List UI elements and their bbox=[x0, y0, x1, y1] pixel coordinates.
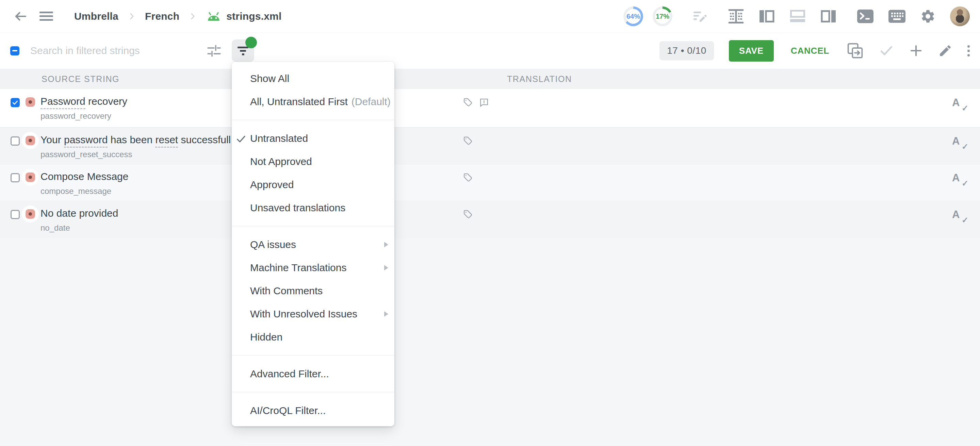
approve-check-icon[interactable] bbox=[879, 43, 894, 58]
edit-list-icon[interactable] bbox=[692, 8, 708, 24]
tune-filters-icon[interactable] bbox=[206, 43, 221, 59]
row-checkbox[interactable] bbox=[11, 210, 20, 219]
status-halo bbox=[22, 205, 39, 222]
breadcrumb-project[interactable]: Umbrella bbox=[74, 11, 118, 22]
select-all-checkbox[interactable] bbox=[10, 46, 19, 56]
string-key: no_date bbox=[40, 223, 118, 233]
submenu-arrow-icon bbox=[384, 311, 388, 317]
tag-icon bbox=[463, 173, 473, 183]
menu-item-unsaved-translations[interactable]: Unsaved translations bbox=[232, 196, 395, 219]
source-string-text: No date provided bbox=[40, 208, 118, 219]
indeterminate-mark bbox=[12, 50, 18, 51]
chevron-right-icon bbox=[127, 12, 136, 21]
status-halo bbox=[22, 169, 39, 186]
toolbar-right: 17 • 0/10 SAVE CANCEL bbox=[659, 40, 970, 62]
save-button[interactable]: SAVE bbox=[729, 40, 774, 62]
source-cell: Compose Message compose_message bbox=[40, 171, 128, 196]
breadcrumb: Umbrella French strings.xml bbox=[74, 11, 282, 22]
row-checkbox[interactable] bbox=[11, 173, 20, 183]
breadcrumb-file-label: strings.xml bbox=[226, 11, 282, 22]
menu-divider bbox=[232, 226, 395, 226]
side-by-side-mode-icon[interactable] bbox=[727, 8, 745, 24]
untranslated-status-icon bbox=[25, 97, 35, 107]
row-indicators bbox=[463, 97, 489, 108]
tag-icon bbox=[463, 209, 473, 220]
source-cell: No date provided no_date bbox=[40, 208, 118, 233]
translated-progress-label: 64% bbox=[624, 6, 643, 26]
console-icon[interactable] bbox=[857, 9, 874, 24]
default-suffix: (Default) bbox=[352, 96, 391, 108]
table-row[interactable]: Your password has been reset successfull… bbox=[0, 128, 980, 164]
right-panel-layout-icon[interactable] bbox=[820, 9, 837, 24]
menu-item-all-untranslated-first[interactable]: All, Untranslated First (Default) bbox=[232, 90, 395, 113]
hamburger-menu-icon[interactable] bbox=[40, 11, 53, 22]
source-string-text: Compose Message bbox=[40, 171, 128, 183]
submenu-arrow-icon bbox=[384, 265, 388, 270]
table-header: SOURCE STRING TRANSLATION bbox=[0, 69, 980, 89]
source-string-text: Password recovery bbox=[40, 95, 127, 107]
translation-column-header: TRANSLATION bbox=[507, 69, 572, 89]
filter-dropdown-menu: Show All All, Untranslated First (Defaul… bbox=[232, 62, 395, 426]
status-halo bbox=[22, 94, 39, 111]
submenu-arrow-icon bbox=[384, 242, 388, 247]
source-string-text: Your password has been reset successfull bbox=[40, 134, 231, 146]
add-string-icon[interactable] bbox=[909, 44, 923, 58]
menu-item-machine-translations[interactable]: Machine Translations bbox=[232, 256, 395, 279]
row-indicators bbox=[463, 173, 473, 183]
table-row[interactable]: Password recovery password_recovery A✓ bbox=[0, 89, 980, 128]
menu-item-ai-croql-filter[interactable]: AI/CroQL Filter... bbox=[232, 399, 395, 422]
string-key: password_recovery bbox=[40, 111, 127, 121]
tag-icon bbox=[463, 136, 473, 146]
edit-pencil-icon[interactable] bbox=[938, 44, 953, 58]
translated-progress-ring[interactable]: 64% bbox=[624, 6, 643, 26]
row-indicators bbox=[463, 209, 473, 220]
tag-icon bbox=[463, 97, 473, 108]
top-bar-left: Umbrella French strings.xml bbox=[14, 9, 282, 24]
menu-item-with-comments[interactable]: With Comments bbox=[232, 279, 395, 302]
selected-check-icon bbox=[236, 134, 246, 144]
menu-item-not-approved[interactable]: Not Approved bbox=[232, 150, 395, 173]
source-string-column-header: SOURCE STRING bbox=[41, 69, 119, 89]
search-input[interactable] bbox=[30, 44, 201, 57]
row-checkbox-checked[interactable] bbox=[11, 98, 20, 107]
approved-progress-ring[interactable]: 17% bbox=[653, 6, 672, 26]
menu-item-approved[interactable]: Approved bbox=[232, 173, 395, 196]
menu-item-advanced-filter[interactable]: Advanced Filter... bbox=[232, 362, 395, 386]
chevron-right-icon bbox=[188, 12, 197, 21]
strings-counter: 17 • 0/10 bbox=[659, 41, 714, 60]
menu-divider bbox=[232, 120, 395, 120]
cancel-button[interactable]: CANCEL bbox=[789, 45, 831, 57]
left-panel-layout-icon[interactable] bbox=[759, 9, 775, 24]
spellcheck-icon: A✓ bbox=[952, 172, 966, 186]
untranslated-status-icon bbox=[25, 209, 35, 219]
user-avatar[interactable] bbox=[950, 6, 970, 26]
filter-button[interactable] bbox=[232, 40, 254, 62]
string-key: password_reset_success bbox=[40, 150, 231, 159]
top-bar-right: 64% 17% bbox=[624, 6, 970, 26]
comment-issue-icon bbox=[479, 97, 489, 108]
settings-gear-icon[interactable] bbox=[920, 8, 936, 24]
menu-divider bbox=[232, 355, 395, 356]
breadcrumb-language[interactable]: French bbox=[145, 11, 179, 22]
bottom-panel-layout-icon[interactable] bbox=[789, 9, 806, 24]
copy-source-icon[interactable] bbox=[846, 42, 864, 60]
menu-item-with-unresolved-issues[interactable]: With Unresolved Issues bbox=[232, 302, 395, 325]
menu-item-qa-issues[interactable]: QA issues bbox=[232, 233, 395, 256]
table-row[interactable]: No date provided no_date A✓ bbox=[0, 201, 980, 238]
approved-progress-label: 17% bbox=[653, 6, 672, 26]
kebab-menu-icon[interactable] bbox=[967, 45, 970, 57]
keyboard-shortcuts-icon[interactable] bbox=[888, 10, 906, 23]
translation-editor: Umbrella French strings.xml 64% bbox=[0, 0, 980, 446]
status-halo bbox=[22, 132, 39, 149]
breadcrumb-file[interactable]: strings.xml bbox=[206, 11, 282, 22]
back-arrow-icon[interactable] bbox=[14, 9, 28, 24]
row-indicators bbox=[463, 136, 473, 146]
row-checkbox[interactable] bbox=[11, 136, 20, 146]
spellcheck-icon: A✓ bbox=[952, 135, 966, 149]
table-row[interactable]: Compose Message compose_message A✓ bbox=[0, 164, 980, 201]
menu-item-show-all[interactable]: Show All bbox=[232, 67, 395, 90]
menu-item-hidden[interactable]: Hidden bbox=[232, 325, 395, 349]
menu-item-untranslated[interactable]: Untranslated bbox=[232, 127, 395, 150]
spellcheck-icon: A✓ bbox=[952, 208, 966, 222]
spellcheck-icon: A✓ bbox=[952, 97, 966, 110]
